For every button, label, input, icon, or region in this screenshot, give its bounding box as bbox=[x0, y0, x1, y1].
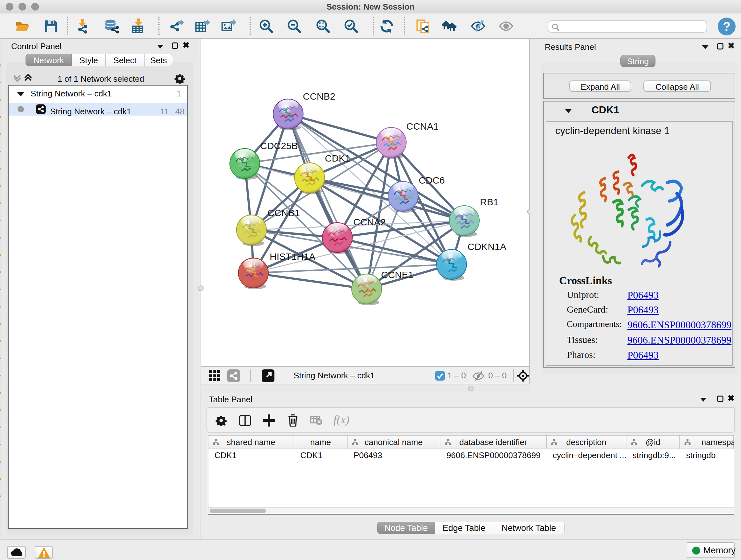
svg-text:CDC25B: CDC25B bbox=[260, 140, 298, 151]
svg-text:CDC6: CDC6 bbox=[419, 175, 445, 186]
svg-text:CDK1: CDK1 bbox=[325, 153, 350, 164]
svg-text:CDKN1A: CDKN1A bbox=[468, 241, 507, 252]
svg-text:CCNA2: CCNA2 bbox=[353, 217, 386, 227]
svg-text:RB1: RB1 bbox=[480, 197, 498, 207]
svg-text:CCNE1: CCNE1 bbox=[381, 269, 414, 280]
svg-text:HIST1H1A: HIST1H1A bbox=[270, 251, 315, 262]
svg-text:CCNA1: CCNA1 bbox=[406, 121, 439, 132]
svg-text:CCNB1: CCNB1 bbox=[267, 207, 300, 218]
svg-text:?: ? bbox=[723, 20, 730, 33]
svg-text:CCNB2: CCNB2 bbox=[303, 91, 335, 102]
